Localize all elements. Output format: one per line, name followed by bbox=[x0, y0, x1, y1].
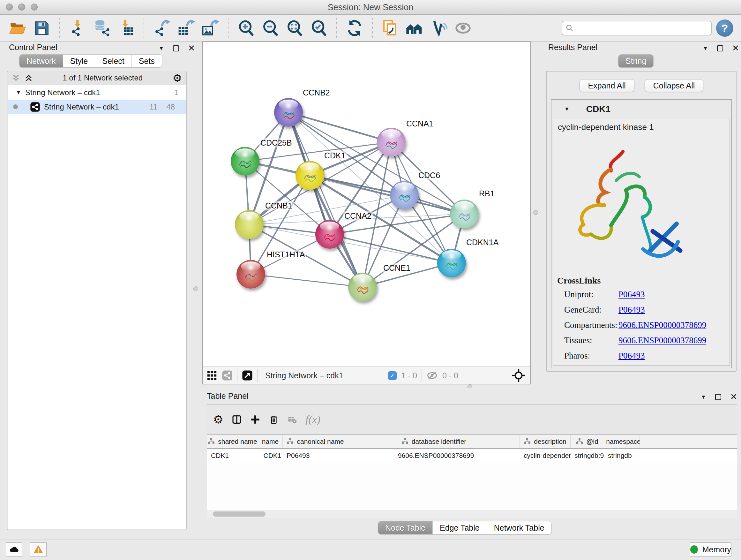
selected-checkbox-icon[interactable]: ✓ bbox=[388, 371, 397, 380]
tab-network-table[interactable]: Network Table bbox=[487, 521, 551, 534]
warnings-button[interactable] bbox=[30, 543, 47, 557]
network-node-CCNE1[interactable] bbox=[348, 273, 377, 301]
import-table-icon[interactable] bbox=[116, 18, 136, 38]
column-header-shared-name[interactable]: shared name bbox=[207, 435, 258, 448]
cell-description[interactable]: cyclin-dependent ... bbox=[520, 449, 570, 462]
node-details-header[interactable]: ▼ CDK1 bbox=[551, 100, 731, 119]
table-panel-restore-icon[interactable] bbox=[715, 394, 721, 400]
network-node-HIST1H1A[interactable] bbox=[237, 260, 265, 289]
network-node-CDK1[interactable] bbox=[295, 161, 324, 190]
zoom-fit-icon[interactable] bbox=[285, 18, 305, 38]
network-canvas[interactable]: CCNB2CCNA1CDC25BCDK1CDC6RB1CCNB1CCNA2CDK… bbox=[203, 42, 530, 367]
scrollbar-thumb[interactable] bbox=[213, 511, 266, 516]
zoom-in-icon[interactable] bbox=[236, 18, 256, 38]
table-panel-float-icon[interactable]: ▼ bbox=[701, 394, 706, 400]
network-node-CCNB2[interactable] bbox=[274, 98, 303, 127]
results-panel-close-icon[interactable]: ✕ bbox=[732, 44, 739, 53]
create-column-icon[interactable] bbox=[250, 414, 261, 425]
tab-style[interactable]: Style bbox=[63, 55, 95, 67]
export-network-icon[interactable] bbox=[152, 18, 172, 38]
hidden-eye-slash-icon[interactable] bbox=[426, 370, 438, 381]
table-panel-close-icon[interactable]: ✕ bbox=[730, 393, 738, 401]
zoom-selected-icon[interactable] bbox=[309, 18, 329, 38]
tree-expand-icon[interactable]: ▼ bbox=[16, 89, 21, 96]
tab-string[interactable]: String bbox=[618, 55, 653, 67]
cloud-status-button[interactable] bbox=[6, 543, 22, 557]
delete-table-icon[interactable] bbox=[287, 414, 298, 425]
crosslink-uniprot-link[interactable]: P06493 bbox=[618, 290, 645, 300]
column-header-id[interactable]: @id bbox=[570, 435, 604, 448]
cell-database-identifier[interactable]: 9606.ENSP00000378699 bbox=[348, 449, 520, 462]
collapse-all-chevron-icon[interactable] bbox=[12, 74, 20, 82]
column-header-canonical-name[interactable]: canonical name bbox=[283, 435, 348, 448]
cell-id[interactable]: stringdb:9... bbox=[570, 449, 604, 462]
crosslink-pharos-link[interactable]: P06493 bbox=[618, 351, 645, 361]
search-input[interactable] bbox=[576, 23, 704, 33]
expand-all-button[interactable]: Expand All bbox=[580, 79, 634, 92]
network-collection-row[interactable]: ▼ String Network – cdk1 1 bbox=[8, 85, 186, 100]
results-panel-float-icon[interactable]: ▼ bbox=[703, 45, 708, 52]
apply-layout-icon[interactable] bbox=[345, 18, 364, 38]
tab-node-table[interactable]: Node Table bbox=[378, 521, 432, 534]
help-button[interactable]: ? bbox=[716, 19, 733, 37]
save-session-icon[interactable] bbox=[32, 18, 52, 38]
open-panels-icon[interactable] bbox=[381, 18, 400, 38]
section-collapse-icon[interactable]: ▼ bbox=[564, 106, 569, 112]
collapse-all-button[interactable]: Collapse All bbox=[645, 79, 704, 92]
column-header-namespace[interactable]: namespace bbox=[604, 435, 640, 448]
tab-network[interactable]: Network bbox=[19, 55, 63, 67]
tab-select[interactable]: Select bbox=[95, 55, 131, 67]
bird-eye-navigator-icon[interactable] bbox=[512, 369, 525, 382]
crosslink-label: GeneCard: bbox=[557, 305, 618, 315]
column-header-database-identifier[interactable]: database identifier bbox=[348, 435, 520, 448]
import-network-database-icon[interactable] bbox=[92, 18, 112, 38]
shared-column-icon bbox=[208, 438, 215, 445]
vizmapper-icon[interactable] bbox=[429, 18, 449, 38]
network-node-RB1[interactable] bbox=[450, 199, 479, 228]
expand-all-chevron-icon[interactable] bbox=[24, 74, 33, 82]
memory-button[interactable]: Memory bbox=[690, 543, 731, 557]
grid-view-icon[interactable] bbox=[206, 370, 217, 381]
tab-sets[interactable]: Sets bbox=[131, 55, 162, 67]
cell-name[interactable]: CDK1 bbox=[258, 449, 283, 462]
network-node-CCNA1[interactable] bbox=[377, 128, 406, 157]
cell-shared-name[interactable]: CDK1 bbox=[207, 449, 258, 462]
crosslink-tissues-link[interactable]: 9606.ENSP00000378699 bbox=[618, 335, 706, 346]
crosslink-genecard-link[interactable]: P06493 bbox=[618, 305, 645, 315]
network-node-CDC6[interactable] bbox=[390, 181, 419, 209]
search-box[interactable] bbox=[562, 21, 712, 36]
zoom-out-icon[interactable] bbox=[260, 18, 280, 38]
cell-canonical-name[interactable]: P06493 bbox=[283, 449, 348, 462]
export-table-icon[interactable] bbox=[176, 18, 196, 38]
export-image-icon[interactable] bbox=[200, 18, 220, 38]
control-panel-float-icon[interactable]: ▼ bbox=[158, 45, 164, 52]
control-panel-close-icon[interactable]: ✕ bbox=[188, 44, 195, 53]
network-options-gear-icon[interactable]: ⚙ bbox=[172, 73, 182, 83]
detach-view-icon[interactable] bbox=[242, 370, 253, 381]
table-row[interactable]: CDK1 CDK1 P06493 9606.ENSP00000378699 cy… bbox=[207, 449, 737, 462]
column-header-name[interactable]: name bbox=[258, 435, 283, 448]
table-options-gear-icon[interactable]: ⚙ bbox=[213, 414, 224, 425]
left-splitter-handle[interactable] bbox=[193, 287, 198, 291]
network-node-CDC25B[interactable] bbox=[231, 147, 259, 176]
show-columns-icon[interactable] bbox=[231, 414, 242, 425]
function-builder-icon[interactable]: f(x) bbox=[306, 414, 320, 426]
right-splitter-handle[interactable] bbox=[533, 210, 538, 215]
network-view-share-icon[interactable] bbox=[222, 370, 232, 381]
network-node-CDKN1A[interactable] bbox=[437, 249, 466, 277]
import-network-file-icon[interactable] bbox=[68, 18, 87, 38]
results-panel-restore-icon[interactable] bbox=[717, 45, 723, 51]
column-header-description[interactable]: description bbox=[520, 435, 570, 448]
network-row[interactable]: String Network – cdk1 11 48 bbox=[8, 100, 186, 114]
delete-column-icon[interactable] bbox=[268, 414, 279, 425]
control-panel-restore-icon[interactable] bbox=[173, 45, 179, 51]
show-networks-home-icon[interactable] bbox=[405, 18, 424, 38]
open-session-icon[interactable] bbox=[8, 18, 27, 38]
cell-namespace[interactable]: stringdb bbox=[604, 449, 640, 462]
network-node-CCNA2[interactable] bbox=[315, 220, 344, 249]
crosslink-compartments-link[interactable]: 9606.ENSP00000378699 bbox=[618, 320, 706, 330]
tab-edge-table[interactable]: Edge Table bbox=[432, 521, 487, 534]
preview-eye-icon[interactable] bbox=[453, 18, 473, 38]
network-node-CCNB1[interactable] bbox=[235, 210, 264, 239]
table-horizontal-scrollbar[interactable] bbox=[207, 510, 737, 518]
